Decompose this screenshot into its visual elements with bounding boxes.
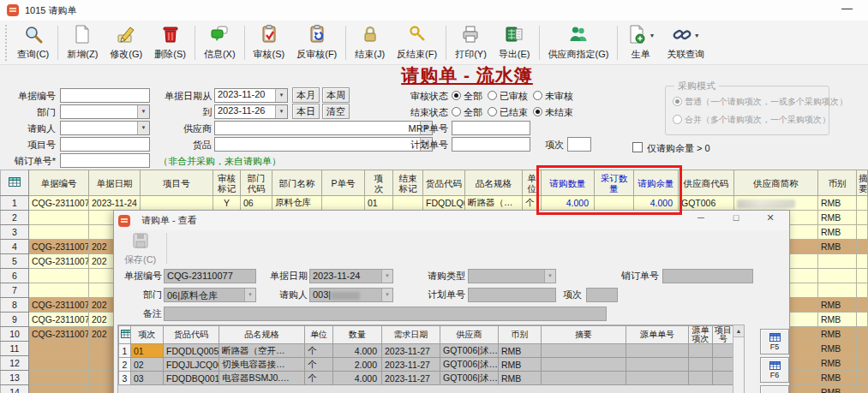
mode-normal-label: 普通（一个请购项次，一或多个采购项次） [685,96,847,108]
dept-select[interactable]: ▼ [60,104,150,119]
dlg-type-label: 请购类型 [422,269,465,283]
f5-button[interactable]: F5 [760,329,789,354]
date-to-input[interactable]: 2023-11-26▼ [214,104,288,119]
this-week-button[interactable]: 本周 [322,87,350,103]
chevron-down-icon: ▼ [244,289,255,301]
window-titlebar: 1015 请购单 — [0,0,868,21]
f6-button[interactable]: F6 [760,357,789,383]
end-yes-radio[interactable] [488,107,497,116]
dlg-memo-value [164,307,607,321]
date-from-label: 单据日期从 [152,89,212,103]
seq-label: 项次 [542,138,564,152]
only-remaining-checkbox[interactable] [632,142,643,152]
key-icon [407,24,428,46]
new-button[interactable]: 新增(Z) [61,22,104,63]
minimize-button[interactable]: — [841,2,853,15]
dlg-seq-label: 项次 [558,288,582,301]
dlg-sales-label: 销订单号 [616,269,659,283]
requester-select[interactable]: ▼ [60,121,150,135]
dlg-type-value: ▼ [468,269,556,283]
scroll-up-icon[interactable]: ▲ [733,325,744,337]
project-input[interactable] [60,137,150,152]
end-button[interactable]: 结束(J) [349,22,391,63]
export-button[interactable]: 导出(E) [493,22,536,63]
today-button[interactable]: 本日 [292,104,320,119]
dialog-close-button[interactable]: ✕ [763,212,778,223]
redacted-text [331,292,360,300]
mode-normal-radio [673,97,682,106]
edit-icon [116,24,136,46]
dlg-dept-value: 06|原料仓库▼ [164,288,256,302]
generate-order-button[interactable]: ▼ 生单 [620,22,661,63]
unaudit-icon [307,24,327,46]
supplier-label: 供应商 [152,122,212,135]
supplier-people-icon [568,24,589,46]
grid-icon [769,361,781,372]
doc-no-label: 单据编号 [3,89,56,103]
purchase-mode-group: 采购模式 普通（一个请购项次，一或多个采购项次） 合并（多个请购项次，一个采购项… [665,86,829,135]
save-button[interactable]: 保存(C) [119,229,161,267]
table-header-row: 单据编号 单据日期 项目号 审核 标记 部门 代码 部门名称 P单号 项 次 结… [1,170,868,196]
dialog-table-header-row: 项次 货品代码 品名规格 单位 数量 需求日期 供应商 币别 摘要 源单单号 源… [119,326,734,344]
print-button[interactable]: 打印(Y) [449,22,493,63]
dialog-table-row[interactable]: 1 01 FDQDLQ005 断路器（空开… 个 4.000 2023-11-2… [119,344,734,358]
plan-input[interactable] [452,137,530,152]
clear-button[interactable]: 清空 [322,104,350,119]
chevron-down-icon[interactable]: ▼ [137,122,149,134]
dialog-title: 请购单 - 查看 [141,214,197,227]
this-month-button[interactable]: 本月 [292,87,320,103]
lock-icon [360,24,380,46]
dialog-minimize-button[interactable]: ─ [693,212,709,223]
dlg-doc-no-value: CQG-23110077 [164,269,256,283]
delete-button[interactable]: 删除(S) [148,22,192,63]
dialog-table-row[interactable]: 3 03 FDQDBQ001 电容器BSMJ0.… 个 4.000 2023-1… [119,372,734,385]
vertical-scrollbar[interactable]: ▲ [733,325,744,393]
chevron-down-icon[interactable]: ▼ [137,105,149,118]
audit-no-radio[interactable] [533,91,542,100]
chevron-down-icon[interactable]: ▼ [649,33,655,39]
date-from-input[interactable]: 2023-11-20▼ [214,88,288,103]
toolbar-separator [166,233,167,264]
dlg-date-value: 2023-11-24▼ [309,269,393,283]
dlg-sales-value [662,269,753,283]
chevron-down-icon[interactable]: ▼ [275,89,287,102]
query-button[interactable]: 查询(C) [11,22,55,63]
grid-icon [119,326,131,344]
dialog-table-row[interactable]: 2 02 FDQJLJCQ005 切换电容器接… 个 2.000 2023-11… [119,358,734,372]
message-icon [209,24,230,46]
end-all-radio[interactable] [452,107,461,116]
unend-button[interactable]: 反结束(F) [391,22,443,63]
audit-check-icon [259,24,279,46]
table-row[interactable]: 1 CQG-23110077 2023-11-24 Y 06 原料仓库 01 F… [1,196,868,211]
mode-merge-radio [673,115,682,124]
dlg-requester-label: 请购人 [265,288,308,301]
supplier-assign-button[interactable]: 供应商指定(G) [542,22,615,63]
generate-doc-icon [626,24,647,46]
modify-button[interactable]: 修改(G) [104,22,148,63]
chevron-down-icon: ▼ [381,289,392,301]
unaudit-button[interactable]: 反审核(F) [290,22,343,63]
toolbar-grip-icon [5,25,8,61]
end-status-label: 结束状态 [397,105,448,119]
save-icon [130,230,151,253]
related-query-button[interactable]: ▼ 关联查询 [661,22,710,63]
dialog-maximize-button[interactable]: □ [728,212,744,223]
link-icon [672,24,692,46]
chevron-down-icon[interactable]: ▼ [275,105,287,118]
delete-row-button[interactable]: ✕ [760,385,789,393]
audit-button[interactable]: 审核(S) [248,22,291,63]
app-window: 1015 请购单 — 查询(C) 新增(Z) 修改(G) 删除(S) 信息(X) [0,0,868,393]
audit-all-radio[interactable] [452,91,461,100]
doc-no-input[interactable] [60,88,150,103]
info-button[interactable]: 信息(X) [198,22,242,63]
new-page-icon [72,24,93,46]
toolbar-separator [57,26,58,60]
seq-input[interactable] [567,137,591,152]
end-no-radio[interactable] [533,107,542,116]
audit-yes-radio[interactable] [488,91,497,100]
dlg-plan-label: 计划单号 [422,288,465,301]
chevron-down-icon[interactable]: ▼ [694,33,700,39]
mrp-input[interactable] [452,121,530,135]
sales-order-input[interactable] [60,153,150,168]
chevron-down-icon: ▼ [381,270,392,283]
